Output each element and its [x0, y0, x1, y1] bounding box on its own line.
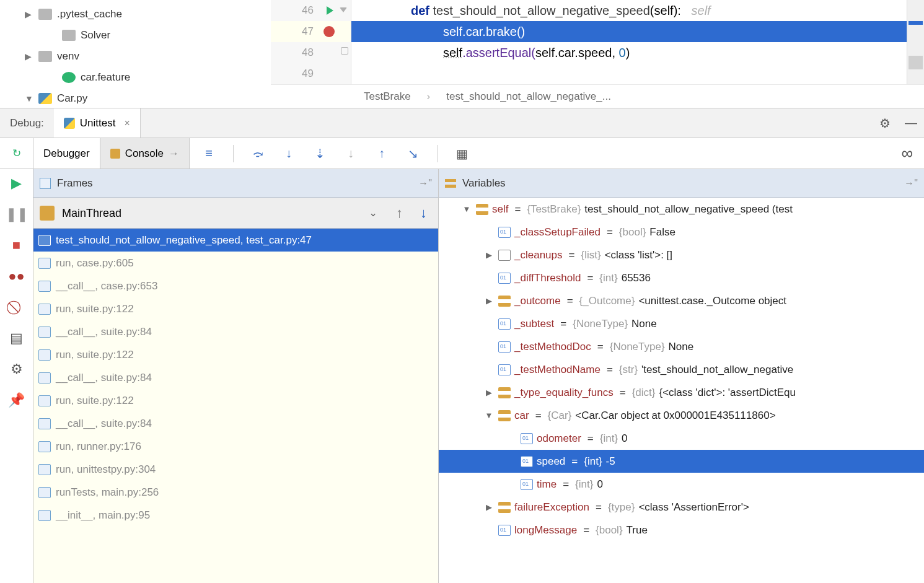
chevron-down-icon[interactable]: ▼: [483, 411, 495, 420]
frame-item[interactable]: run, suite.py:122: [33, 297, 438, 320]
pause-icon[interactable]: ❚❚: [9, 206, 25, 222]
minimize-icon[interactable]: —: [903, 115, 919, 131]
frame-item[interactable]: run, case.py:605: [33, 252, 438, 274]
variable-name: _subtest: [514, 318, 554, 330]
frames-settings-icon[interactable]: →": [418, 178, 432, 189]
show-execution-point-icon[interactable]: ≡: [202, 147, 216, 160]
code-line-49[interactable]: [351, 63, 924, 84]
chevron-down-icon[interactable]: ⌄: [369, 206, 384, 219]
frame-item[interactable]: run, runner.py:176: [33, 435, 438, 458]
close-icon[interactable]: ×: [120, 118, 130, 129]
tree-item-car-feature[interactable]: car.feature: [9, 67, 271, 88]
chevron-right-icon[interactable]: ▶: [483, 502, 495, 512]
code-lines[interactable]: def test_should_not_allow_negative_speed…: [351, 0, 924, 84]
chevron-right-icon[interactable]: ▶: [25, 51, 33, 61]
frame-item[interactable]: __call__, case.py:653: [33, 274, 438, 297]
variable-row[interactable]: _testMethodDoc = {NoneType} None: [439, 335, 924, 358]
variables-tree[interactable]: ▼self = {TestBrake} test_should_not_allo…: [439, 198, 924, 583]
pin-icon[interactable]: 📌: [9, 392, 25, 408]
mute-breakpoints-icon[interactable]: ⃠: [9, 299, 25, 315]
chevron-down-icon[interactable]: ▼: [25, 94, 33, 103]
gutter-line-46[interactable]: 46: [271, 0, 351, 21]
step-over-icon[interactable]: ⤼: [251, 147, 265, 160]
variable-row[interactable]: _testMethodName = {str} 'test_should_not…: [439, 358, 924, 381]
frame-item[interactable]: runTests, main.py:256: [33, 481, 438, 504]
tab-console[interactable]: Console→: [100, 138, 190, 169]
frame-item[interactable]: __call__, suite.py:84: [33, 412, 438, 435]
fold-end-icon[interactable]: [341, 47, 348, 55]
force-step-into-icon[interactable]: ↓: [344, 147, 358, 160]
debug-config-tab[interactable]: Unittest ×: [54, 108, 141, 138]
chevron-down-icon[interactable]: ▼: [461, 204, 472, 214]
tree-item-solver[interactable]: Solver: [9, 25, 271, 46]
step-into-my-code-icon[interactable]: ⇣: [313, 147, 327, 160]
variable-row[interactable]: speed = {int} -5: [439, 450, 924, 473]
frame-item[interactable]: __call__, suite.py:84: [33, 320, 438, 343]
code-line-48[interactable]: self.assertEqual(self.car.speed, 0): [351, 42, 924, 63]
variable-row[interactable]: longMessage = {bool} True: [439, 519, 924, 541]
variable-row[interactable]: ▶_cleanups = {list} <class 'list'>: []: [439, 243, 924, 266]
resume-icon[interactable]: ▶: [9, 175, 25, 191]
rerun-icon[interactable]: ↻: [12, 147, 21, 160]
frame-item[interactable]: run, suite.py:122: [33, 343, 438, 366]
variable-row[interactable]: _classSetupFailed = {bool} False: [439, 221, 924, 243]
code-editor[interactable]: 46 47 48 49 def test_should_not_allow_ne…: [271, 0, 924, 108]
async-stack-icon[interactable]: ∞: [901, 144, 913, 163]
frame-item[interactable]: test_should_not_allow_negative_speed, te…: [33, 229, 438, 252]
frame-item[interactable]: run, suite.py:122: [33, 389, 438, 412]
editor-breadcrumb[interactable]: TestBrake › test_should_not_allow_negati…: [271, 84, 924, 108]
chevron-right-icon[interactable]: ▶: [483, 250, 495, 260]
variables-settings-icon[interactable]: →": [904, 178, 918, 189]
gear-icon[interactable]: ⚙: [877, 115, 893, 131]
variable-value: 0: [597, 478, 602, 491]
step-out-icon[interactable]: ↑: [375, 147, 389, 160]
frame-item[interactable]: __call__, suite.py:84: [33, 366, 438, 389]
variable-row[interactable]: _diffThreshold = {int} 65536: [439, 266, 924, 289]
variable-row[interactable]: _subtest = {NoneType} None: [439, 312, 924, 335]
chevron-right-icon[interactable]: ▶: [25, 9, 33, 19]
tree-item-pytest-cache[interactable]: ▶ .pytest_cache: [9, 4, 271, 25]
gutter-line-48[interactable]: 48: [271, 42, 351, 63]
variable-row[interactable]: ▶_type_equality_funcs = {dict} {<class '…: [439, 381, 924, 404]
tree-item-car-py[interactable]: ▼ Car.py: [9, 88, 271, 108]
gutter-line-49[interactable]: 49: [271, 63, 351, 84]
frame-item[interactable]: run, unittestpy.py:304: [33, 458, 438, 481]
chevron-right-icon[interactable]: ▶: [483, 388, 495, 397]
step-into-icon[interactable]: ↓: [282, 147, 296, 160]
layout-icon[interactable]: ▤: [9, 330, 25, 346]
view-breakpoints-icon[interactable]: ●●: [9, 268, 25, 284]
frame-icon: [38, 395, 51, 406]
evaluate-expression-icon[interactable]: ▦: [455, 147, 469, 160]
thread-select[interactable]: MainThread: [62, 198, 361, 228]
frames-list[interactable]: test_should_not_allow_negative_speed, te…: [33, 229, 438, 583]
breakpoint-icon[interactable]: [323, 26, 335, 37]
variable-row[interactable]: time = {int} 0: [439, 473, 924, 496]
breadcrumb-method[interactable]: test_should_not_allow_negative_...: [446, 90, 611, 103]
settings-icon[interactable]: ⚙: [9, 361, 25, 377]
breadcrumb-class[interactable]: TestBrake: [364, 90, 411, 103]
variable-row[interactable]: odometer = {int} 0: [439, 427, 924, 450]
editor-gutter[interactable]: 46 47 48 49: [271, 0, 351, 84]
project-tree[interactable]: ▶ .pytest_cache Solver ▶ venv car.featur…: [0, 0, 271, 108]
variable-row[interactable]: ▶failureException = {type} <class 'Asser…: [439, 496, 924, 519]
stop-icon[interactable]: ■: [9, 237, 25, 253]
tree-item-venv[interactable]: ▶ venv: [9, 46, 271, 67]
variable-row[interactable]: ▶_outcome = {_Outcome} <unittest.case._O…: [439, 289, 924, 312]
variable-row[interactable]: ▼self = {TestBrake} test_should_not_allo…: [439, 198, 924, 221]
variable-value: 65536: [622, 272, 651, 284]
code-line-46[interactable]: def test_should_not_allow_negative_speed…: [351, 0, 924, 21]
prev-frame-icon[interactable]: ↑: [391, 205, 408, 221]
run-test-icon[interactable]: [327, 6, 333, 15]
variable-type: {Car}: [548, 410, 572, 422]
run-to-cursor-icon[interactable]: ↘: [406, 147, 420, 160]
tab-debugger[interactable]: Debugger: [33, 138, 100, 169]
fold-icon[interactable]: [340, 7, 347, 12]
chevron-right-icon[interactable]: ▶: [483, 296, 495, 305]
frame-item[interactable]: __init__, main.py:95: [33, 504, 438, 527]
editor-minimap[interactable]: [907, 0, 924, 84]
code-line-47-current[interactable]: self.car.brake(): [351, 21, 924, 42]
debug-body: ▶ ❚❚ ■ ●● ⃠ ▤ ⚙ 📌 Frames →" MainThread ⌄…: [0, 169, 924, 583]
variable-row[interactable]: ▼car = {Car} <Car.Car object at 0x000001…: [439, 404, 924, 427]
next-frame-icon[interactable]: ↓: [415, 205, 432, 221]
gutter-line-47[interactable]: 47: [271, 21, 351, 42]
